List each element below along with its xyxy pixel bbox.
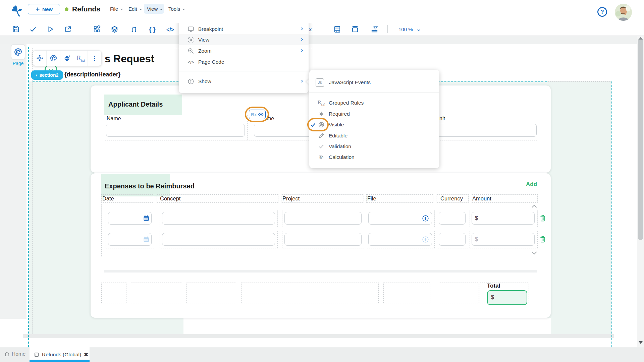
settings-button[interactable] xyxy=(60,51,74,66)
header-cell-file[interactable] xyxy=(366,194,433,203)
menu-item-breakpoint[interactable]: Breakpoint xyxy=(179,24,309,35)
share-icon[interactable] xyxy=(64,25,72,33)
home-tab[interactable]: Home xyxy=(4,351,25,357)
scrollbar-up-arrow[interactable] xyxy=(639,37,643,40)
annotation-ring-visible xyxy=(307,118,329,131)
move-button[interactable] xyxy=(33,51,47,66)
page-outline-left xyxy=(32,48,33,334)
menu-item-page-code[interactable]: </> Page Code xyxy=(179,57,309,67)
save-icon[interactable] xyxy=(12,25,19,33)
close-tab-icon[interactable]: ✖ xyxy=(84,352,88,358)
style-button[interactable] xyxy=(47,51,60,66)
asterisk-icon xyxy=(318,111,324,117)
upload-icon[interactable] xyxy=(422,215,429,222)
scroll-up-chevron[interactable] xyxy=(531,204,537,210)
view-dropdown-menu: Breakpoint View Zoom </> Page Code Show xyxy=(179,17,309,93)
currency-input-2[interactable] xyxy=(439,233,466,246)
submenu-item-editable[interactable]: Editable xyxy=(309,130,439,141)
chevron-down-icon xyxy=(159,7,163,11)
concept-input-2[interactable] xyxy=(162,233,275,246)
currency-input-1[interactable] xyxy=(439,212,466,225)
app-logo-icon xyxy=(10,4,24,18)
js-icon: Js xyxy=(316,78,324,87)
menu-item-zoom[interactable]: Zoom xyxy=(179,46,309,56)
submenu-item-calculation[interactable]: a̅ˣ Calculation xyxy=(309,152,439,163)
total-cell-4 xyxy=(241,283,379,303)
chevron-down-icon xyxy=(182,7,185,11)
menu-item-show[interactable]: Show xyxy=(179,76,309,87)
col-currency: Currency xyxy=(440,195,463,202)
canvas-top-margin xyxy=(0,36,644,44)
menubar-file[interactable]: File xyxy=(110,6,123,12)
menubar-tools[interactable]: Tools xyxy=(168,6,185,12)
submenu-item-validation[interactable]: Validation xyxy=(309,141,439,152)
plus-icon xyxy=(35,7,40,12)
amount-input-1[interactable] xyxy=(472,212,535,225)
total-cell-2 xyxy=(131,283,182,303)
zoom-level[interactable]: 100 % xyxy=(398,26,413,32)
filter-icon[interactable] xyxy=(371,25,378,33)
validate-icon[interactable] xyxy=(29,25,37,33)
section2-breadcrumb-chip[interactable]: ‹section2 xyxy=(31,70,63,80)
braces-icon[interactable]: { } xyxy=(149,26,156,33)
menu-item-view[interactable]: View xyxy=(179,35,309,45)
col-concept: Concept xyxy=(160,195,180,202)
preview-icon[interactable] xyxy=(47,25,54,33)
calendar-icon-faded[interactable] xyxy=(143,236,150,243)
menubar-view[interactable]: View xyxy=(147,6,163,12)
scrollbar-down-arrow[interactable] xyxy=(639,341,643,344)
submenu-item-required[interactable]: Required xyxy=(309,109,439,119)
col-amount: Amount xyxy=(472,195,491,202)
pencil-icon xyxy=(318,133,324,139)
total-cell-3 xyxy=(186,283,236,303)
dashboard-icon[interactable] xyxy=(93,25,101,33)
scrollbar-thumb[interactable] xyxy=(638,38,643,240)
name-label: Name xyxy=(107,116,121,122)
palette-icon xyxy=(50,54,57,62)
submenu-item-grouped-rules[interactable]: R(x) Grouped Rules xyxy=(309,98,439,108)
col-file: File xyxy=(367,195,376,202)
help-button[interactable]: ? xyxy=(597,7,607,17)
col-date: Date xyxy=(102,195,114,202)
rules-button[interactable]: R(x) xyxy=(74,51,88,66)
delete-row-icon-2[interactable] xyxy=(539,236,546,243)
page-button-label[interactable]: Page xyxy=(8,61,29,66)
add-row-link[interactable]: Add xyxy=(526,181,537,188)
menubar-edit[interactable]: Edit xyxy=(128,6,143,12)
applicant-title: Applicant Details xyxy=(108,101,163,108)
process-title: Refunds xyxy=(72,5,100,13)
page-palette-button[interactable] xyxy=(11,44,25,59)
chip-back-arrow: ‹ xyxy=(36,72,38,78)
toolbar-divider xyxy=(82,25,82,33)
section-outline-top-right xyxy=(547,81,611,82)
project-input-1[interactable] xyxy=(284,212,362,225)
upload-icon-faded[interactable] xyxy=(422,236,429,243)
new-button[interactable]: New xyxy=(28,4,60,14)
container-icon[interactable] xyxy=(351,25,359,33)
calendar-icon[interactable] xyxy=(143,215,150,222)
delete-row-icon[interactable] xyxy=(539,215,546,222)
eye-scan-icon xyxy=(187,37,194,43)
name-input[interactable] xyxy=(106,124,245,137)
submenu-item-visible[interactable]: Visible xyxy=(309,119,439,130)
scroll-down-chevron[interactable] xyxy=(531,251,537,257)
expenses-title: Expenses to be Reimbursed xyxy=(105,182,195,190)
submenu-item-js-events[interactable]: Js JavaScript Events xyxy=(309,77,439,88)
home-icon xyxy=(4,351,10,357)
amount-input-2[interactable] xyxy=(472,233,535,246)
rx-icon-fragment[interactable]: x xyxy=(309,26,312,32)
avatar[interactable] xyxy=(615,4,632,21)
toolbar-divider-2 xyxy=(323,25,323,33)
code-icon-toolbar[interactable]: </> xyxy=(166,27,174,33)
zoom-chevron-icon[interactable] xyxy=(417,28,421,32)
flow-icon[interactable] xyxy=(130,25,138,33)
project-input-2[interactable] xyxy=(284,233,362,246)
show-submenu: Js JavaScript Events R(x) Grouped Rules … xyxy=(309,70,439,168)
toolbar-divider-3 xyxy=(387,25,388,33)
concept-input-1[interactable] xyxy=(162,212,275,225)
layers-icon[interactable] xyxy=(111,25,118,33)
status-dot xyxy=(65,7,68,11)
device-icon[interactable] xyxy=(333,25,341,33)
total-cell-6 xyxy=(439,283,479,303)
more-options-button[interactable] xyxy=(88,51,101,66)
